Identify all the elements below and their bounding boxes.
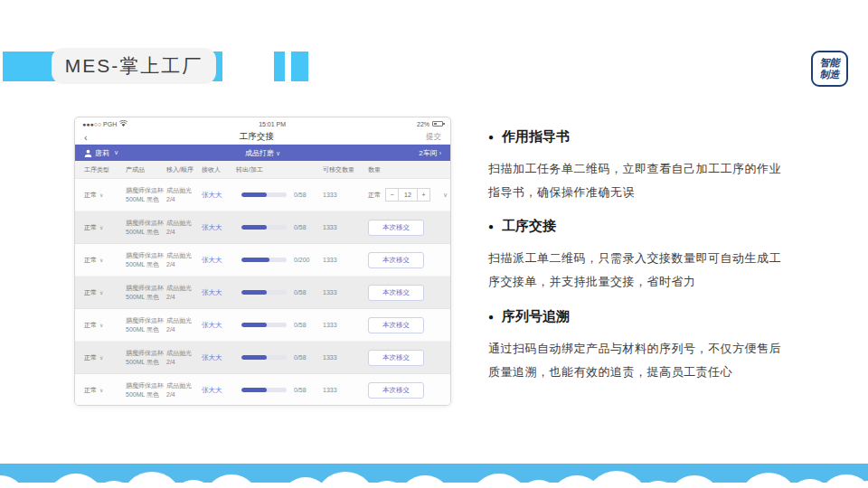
receiver-link[interactable]: 张大大 [202,244,222,276]
receiver-link[interactable]: 张大大 [202,374,222,406]
section-title: 序列号追溯 [502,308,570,325]
carrier-signal-label: ●●●○○ PGH [82,121,117,127]
product-cell: 膳魔师保温杯500ML 黑色 [126,211,164,243]
progress-bar [241,342,287,373]
stepper-plus-button[interactable]: + [417,188,430,202]
process-type-dropdown[interactable]: 正常∨ [84,179,103,211]
product-cell: 膳魔师保温杯500ML 黑色 [126,309,164,341]
stepper-prefix-label: 正常 [368,191,381,200]
progress-ratio-label: 0/58 [294,374,307,406]
progress-bar [241,179,287,211]
battery-percent-label: 22% [417,121,429,127]
progress-bar [241,244,287,276]
stamp-line-2: 制造 [820,69,840,80]
col-header-transfer-process: 转出/加工 [236,161,263,178]
chevron-down-icon: ∨ [114,149,118,156]
section-serial-traceability: ●序列号追溯 通过扫码自动绑定产品与材料的序列号，不仅方便售后 质量追溯，也能有… [488,308,800,384]
nav-bar: ‹ 工序交接 提交 [75,130,450,145]
transferable-qty-label: 1333 [323,374,337,406]
col-header-receiver: 接收人 [202,161,221,178]
progress-ratio-label: 0/200 [294,244,310,276]
transfer-button[interactable]: 本次移交 [368,220,424,236]
col-header-transferable-qty: 可移交数量 [323,161,354,178]
chevron-down-icon: ∨ [99,354,103,361]
product-cell: 膳魔师保温杯500ML 黑色 [126,374,164,406]
page-title: MES-掌上工厂 [52,48,216,84]
wifi-icon [119,120,127,127]
transfer-button[interactable]: 本次移交 [368,317,424,333]
receiver-link[interactable]: 张大大 [202,309,222,341]
progress-bar [241,211,287,243]
move-order-cell: 成品抛光2/4 [166,374,192,406]
clock-label: 15:01 PM [259,121,286,127]
workshop-link[interactable]: 2车间› [419,148,441,158]
col-header-process-type: 工序类型 [84,161,109,178]
receiver-link[interactable]: 张大大 [202,179,222,211]
transfer-action: 本次移交 [368,309,424,341]
transfer-button[interactable]: 本次移交 [368,350,424,366]
transferable-qty-label: 1333 [323,309,337,341]
product-cell: 膳魔师保温杯500ML 黑色 [126,244,164,276]
product-cell: 膳魔师保温杯500ML 黑色 [126,277,164,308]
chevron-down-icon[interactable]: ∨ [443,192,448,199]
transfer-button[interactable]: 本次移交 [368,382,424,399]
progress-ratio-label: 0/58 [294,277,307,308]
chevron-down-icon: ∨ [99,387,103,393]
move-order-cell: 成品抛光2/4 [166,342,192,373]
table-row: 正常∨ 膳魔师保温杯500ML 黑色 成品抛光2/4 张大大 0/58 1333… [75,342,450,374]
stepper-minus-button[interactable]: − [385,188,399,202]
process-filter-dropdown[interactable]: 成品打磨∨ [75,148,450,158]
transfer-button[interactable]: 本次移交 [368,252,424,268]
process-type-dropdown[interactable]: 正常∨ [84,244,103,276]
receiver-link[interactable]: 张大大 [202,211,222,243]
progress-ratio-label: 0/58 [294,179,307,211]
process-type-dropdown[interactable]: 正常∨ [84,277,103,308]
transferable-qty-label: 1333 [323,342,337,373]
transfer-button[interactable]: 本次移交 [368,285,424,301]
phone-mockup: ●●●○○ PGH 15:01 PM 22% ‹ 工序交接 提交 成品打磨∨ [74,117,451,406]
transfer-action: 本次移交 [368,374,424,406]
col-header-product: 产成品 [126,161,145,178]
progress-bar [241,374,287,406]
section-body: 扫描加工任务单二维码，立即查看自己加工工序的作业 指导书，确保操作准确无误 [488,157,800,204]
move-order-cell: 成品抛光2/4 [166,244,192,276]
table-row: 正常∨ 膳魔师保温杯500ML 黑色 成品抛光2/4 张大大 0/58 1333… [75,179,450,211]
cloud-border [0,463,868,488]
section-process-handover: ●工序交接 扫描派工单二维码，只需录入交接数量即可自动生成工 序交接单，并支持批… [488,218,800,294]
receiver-link[interactable]: 张大大 [202,342,222,373]
section-body: 通过扫码自动绑定产品与材料的序列号，不仅方便售后 质量追溯，也能有效的追责，提高… [488,337,800,384]
receiver-link[interactable]: 张大大 [202,277,222,308]
process-type-dropdown[interactable]: 正常∨ [84,374,103,406]
transfer-action: 本次移交 [368,211,424,243]
submit-button[interactable]: 提交 [426,132,441,143]
filter-bar: 成品打磨∨ 唐莉∨ 2车间› [75,145,450,161]
table-row: 正常∨ 膳魔师保温杯500ML 黑色 成品抛光2/4 张大大 0/58 1333… [75,211,450,244]
bullet-icon: ● [488,312,494,322]
back-chevron-icon[interactable]: ‹ [84,132,88,143]
table-row: 正常∨ 膳魔师保温杯500ML 黑色 成品抛光2/4 张大大 0/58 1333… [75,309,450,342]
header-accent-tick-1 [274,52,285,81]
section-title: 作用指导书 [502,128,570,145]
quantity-stepper: 正常 − 12 + ∨ [368,179,448,211]
process-type-dropdown[interactable]: 正常∨ [84,211,103,243]
stepper-value[interactable]: 12 [399,188,417,202]
transferable-qty-label: 1333 [323,277,337,308]
transferable-qty-label: 1333 [323,244,337,276]
bullet-icon: ● [488,221,494,231]
transfer-action: 本次移交 [368,244,424,276]
table-body: 正常∨ 膳魔师保温杯500ML 黑色 成品抛光2/4 张大大 0/58 1333… [75,179,450,406]
chevron-right-icon: › [439,150,441,156]
process-type-dropdown[interactable]: 正常∨ [84,342,103,373]
user-icon [84,149,92,157]
user-dropdown[interactable]: 唐莉∨ [84,148,118,158]
bullet-icon: ● [488,132,494,142]
move-order-cell: 成品抛光2/4 [166,179,192,211]
slide: MES-掌上工厂 智能 制造 ●●●○○ PGH 15:01 PM 22% ‹ … [0,0,868,488]
process-type-dropdown[interactable]: 正常∨ [84,309,103,341]
progress-bar [241,277,287,308]
move-order-cell: 成品抛光2/4 [166,277,192,308]
section-body: 扫描派工单二维码，只需录入交接数量即可自动生成工 序交接单，并支持批量交接，省时… [488,247,800,294]
move-order-cell: 成品抛光2/4 [166,309,192,341]
progress-ratio-label: 0/58 [294,211,307,243]
table-header: 工序类型 产成品 移入/顺序 接收人 转出/加工 可移交数量 数量 [75,161,450,179]
